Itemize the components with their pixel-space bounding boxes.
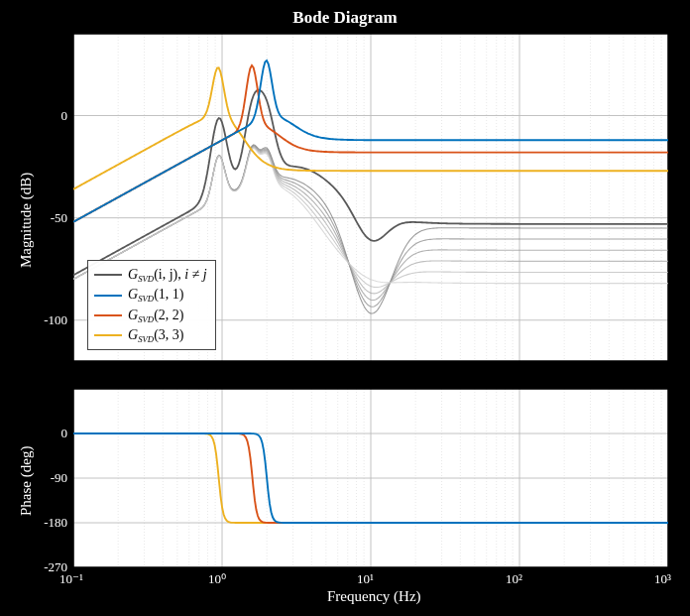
legend: GSVD(i, j), i ≠ jGSVD(1, 1)GSVD(2, 2)GSV… [87, 260, 216, 350]
legend-swatch [94, 334, 122, 336]
legend-label: GSVD(3, 3) [128, 325, 184, 345]
mag-ytick: -100 [28, 312, 67, 328]
legend-swatch [94, 314, 122, 316]
xtick: 10⁰ [208, 571, 226, 587]
xtick: 10² [506, 571, 522, 587]
legend-swatch [94, 295, 122, 297]
legend-item: GSVD(i, j), i ≠ j [94, 265, 207, 285]
legend-swatch [94, 274, 122, 276]
phase-ytick: -180 [28, 515, 67, 531]
legend-label: GSVD(i, j), i ≠ j [128, 265, 207, 285]
legend-item: GSVD(3, 3) [94, 325, 207, 345]
legend-item: GSVD(1, 1) [94, 285, 207, 305]
legend-item: GSVD(2, 2) [94, 306, 207, 325]
mag-ytick: 0 [28, 108, 67, 124]
legend-label: GSVD(2, 2) [128, 306, 184, 325]
xtick: 10¹ [357, 571, 374, 587]
legend-label: GSVD(1, 1) [128, 285, 184, 305]
xtick: 10³ [654, 571, 671, 587]
phase-ytick: -90 [28, 470, 67, 486]
phase-plot [73, 389, 668, 567]
xtick: 10⁻¹ [59, 571, 83, 587]
mag-ytick: -50 [28, 210, 67, 226]
bode-figure: Bode Diagram Magnitude (dB) Phase (deg) … [0, 0, 690, 616]
phase-ytick: 0 [28, 426, 67, 441]
xlabel: Frequency (Hz) [327, 588, 421, 605]
figure-title: Bode Diagram [0, 8, 690, 28]
